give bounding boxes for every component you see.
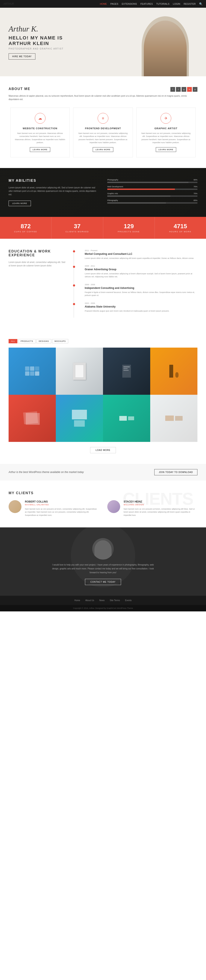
abilities-section: MY ABILITIES Lorem ipsum dolor sit amet,… bbox=[0, 168, 206, 217]
filter-mockups[interactable]: MOCKUPS bbox=[52, 339, 68, 343]
portfolio-item-2[interactable] bbox=[103, 348, 150, 395]
googleplus-icon[interactable]: g bbox=[182, 87, 186, 92]
nav-tutorials[interactable]: TUTORIALS bbox=[156, 3, 169, 5]
skill-fill-1 bbox=[107, 189, 175, 190]
skill-label-1: Web Development bbox=[107, 186, 123, 188]
portfolio-item-3[interactable] bbox=[150, 348, 197, 395]
about-title: ABOUT ME bbox=[9, 87, 30, 91]
hero-subtitle: PHOTOGRAPHER AND GRAPHIC ARTIST bbox=[9, 48, 64, 50]
timeline-company-1: Graner Advertising Group bbox=[85, 268, 197, 271]
portfolio-item-7[interactable] bbox=[150, 395, 197, 442]
watermark: CLIENTS bbox=[123, 489, 193, 509]
hero-title: HELLO! MY NAME ISARTHUR KLEIN bbox=[9, 35, 64, 46]
hero-text: Arthur K. HELLO! MY NAME ISARTHUR KLEIN … bbox=[9, 24, 64, 60]
skill-label-3: Filmography bbox=[107, 199, 118, 202]
portfolio-item-0[interactable] bbox=[9, 348, 56, 395]
cta-button[interactable]: JOIN TODAY TO DOWNLOAD bbox=[154, 469, 197, 475]
footer-link-terms[interactable]: Site Terms bbox=[110, 599, 120, 601]
facebook-icon[interactable]: f bbox=[170, 87, 175, 92]
timeline-item-2: 2006 - 2008 Independent Consulting and A… bbox=[80, 283, 197, 297]
load-more-button[interactable]: LOAD MORE bbox=[90, 447, 116, 453]
filter-all[interactable]: ALL bbox=[9, 339, 18, 343]
timeline-desc-0: Lorem ipsum dolor sit amet, consectetur … bbox=[85, 257, 197, 260]
skill-track-2 bbox=[107, 196, 197, 197]
nav-register[interactable]: REGISTER bbox=[184, 3, 196, 5]
skill-track-1 bbox=[107, 189, 197, 190]
portfolio-item-1[interactable] bbox=[56, 348, 103, 395]
timeline-item-3: 2002 - 2006 Alabama State University Pra… bbox=[80, 302, 197, 312]
service-text-1: Nam laoreet nunc ac orci posuere, consec… bbox=[78, 132, 128, 144]
nav-pages[interactable]: PAGES bbox=[110, 3, 118, 5]
twitter-icon[interactable]: t bbox=[176, 87, 181, 92]
timeline-text: Lorem ipsum dolor sit amet, consectetur … bbox=[9, 261, 67, 267]
testimonial-name-0: ROBERT COLLINS bbox=[25, 500, 99, 503]
stat-coffee: 872 CUPS OF COFFEE bbox=[0, 217, 51, 239]
stat-number-3: 4715 bbox=[159, 223, 202, 230]
abilities-text: Lorem ipsum dolor sit amet, consectetur … bbox=[9, 186, 99, 196]
skill-photography: Photography 90% bbox=[107, 179, 197, 183]
timeline-dot-2 bbox=[73, 285, 75, 286]
timeline-section: EDUCATION & WORKEXPERIENCE Lorem ipsum d… bbox=[0, 239, 206, 328]
stat-number-2: 129 bbox=[107, 223, 150, 230]
skill-track-0 bbox=[107, 182, 197, 183]
abilities-left: MY ABILITIES Lorem ipsum dolor sit amet,… bbox=[9, 179, 99, 206]
timeline-dot-0 bbox=[73, 250, 75, 253]
footer-link-news[interactable]: News bbox=[99, 599, 105, 601]
portfolio-item-5[interactable] bbox=[56, 395, 103, 442]
timeline-right: 2011 - Present Merkel Computing and Cons… bbox=[73, 250, 197, 318]
learn-more-2[interactable]: LEARN MORE bbox=[156, 147, 176, 152]
footer-link-about[interactable]: About Us bbox=[85, 599, 94, 601]
search-icon[interactable]: 🔍 bbox=[199, 2, 203, 6]
stat-label-1: CLIENTS WORKED bbox=[56, 231, 99, 233]
portfolio-item-6[interactable] bbox=[103, 395, 150, 442]
learn-more-1[interactable]: LEARN MORE bbox=[93, 147, 113, 152]
testimonial-text-0: Nam laoreet nunc ac orci posuere at lore… bbox=[25, 508, 99, 517]
stat-number-1: 37 bbox=[56, 223, 99, 230]
hire-me-button[interactable]: HIRE ME TODAY bbox=[9, 53, 35, 60]
contact-text: I would love to help you with your next … bbox=[50, 563, 156, 574]
skill-label-0: Photography bbox=[107, 179, 118, 181]
timeline-title: EDUCATION & WORKEXPERIENCE bbox=[9, 250, 67, 257]
testimonial-text-1: Nam laoreet nunc ac orci posuere at lore… bbox=[124, 508, 197, 517]
abilities-right: Photography 90% Web Development 75% Grap… bbox=[107, 179, 197, 206]
skill-track-3 bbox=[107, 202, 197, 204]
stat-hours: 4715 HOURS OF WORK bbox=[155, 217, 206, 239]
footer-link-home[interactable]: Home bbox=[75, 599, 80, 601]
hero-image bbox=[142, 16, 189, 76]
skill-percent-0: 90% bbox=[193, 179, 197, 181]
abilities-title: MY ABILITIES bbox=[9, 179, 99, 183]
service-text-0: Nam laoreet nunc ac orci posuere. Maecen… bbox=[15, 132, 65, 144]
skill-fill-0 bbox=[107, 182, 188, 183]
footer-copyright: Copyright © 2016. Arthur. Designed by Gr… bbox=[0, 605, 206, 611]
avatar-image-1 bbox=[107, 500, 120, 513]
website-icon: ☁ bbox=[35, 113, 45, 124]
nav-features[interactable]: FEATURES bbox=[141, 3, 153, 5]
footer-link-events[interactable]: Events bbox=[125, 599, 132, 601]
timeline-desc-1: Lorem ipsum dolor sit amet, consectetur … bbox=[85, 272, 197, 278]
service-text-2: Nam laoreet nunc ac orci posuere, consec… bbox=[141, 132, 191, 144]
nav-login[interactable]: LOGIN bbox=[173, 3, 180, 5]
frontend-icon: ≡ bbox=[97, 113, 109, 124]
linkedin-icon[interactable]: in bbox=[187, 87, 192, 92]
filter-designs[interactable]: DESIGNS bbox=[37, 339, 51, 343]
person-silhouette bbox=[144, 21, 187, 76]
nav-extensions[interactable]: EXTENSIONS bbox=[122, 3, 137, 5]
skill-film: Filmography 65% bbox=[107, 199, 197, 204]
service-title-0: WEBSITE CONSTRUCTION bbox=[15, 127, 65, 130]
timeline-item-0: 2011 - Present Merkel Computing and Cons… bbox=[80, 250, 197, 260]
service-title-2: GRAPHIC ARTIST bbox=[141, 127, 191, 130]
skill-percent-1: 75% bbox=[193, 186, 197, 188]
hero-script-name: Arthur K. bbox=[9, 24, 64, 33]
portfolio-item-4[interactable] bbox=[9, 395, 56, 442]
timeline-year-1: 2008 - 2011 bbox=[85, 265, 197, 267]
nav-home[interactable]: HOME bbox=[100, 3, 107, 5]
testimonial-role-0: MAXWELL UNLIMITED bbox=[25, 504, 99, 506]
contact-button[interactable]: CONTACT ME TODAY bbox=[85, 579, 121, 585]
abilities-button[interactable]: LEARN MORE bbox=[9, 200, 31, 206]
skill-webdev: Web Development 75% bbox=[107, 186, 197, 190]
contact-avatar bbox=[92, 538, 114, 560]
portfolio-section: ALL PRODUCTS DESIGNS MOCKUPS bbox=[0, 328, 206, 464]
learn-more-0[interactable]: LEARN MORE bbox=[30, 147, 50, 152]
pinterest-icon[interactable]: p bbox=[193, 87, 197, 92]
filter-products[interactable]: PRODUCTS bbox=[18, 339, 36, 343]
